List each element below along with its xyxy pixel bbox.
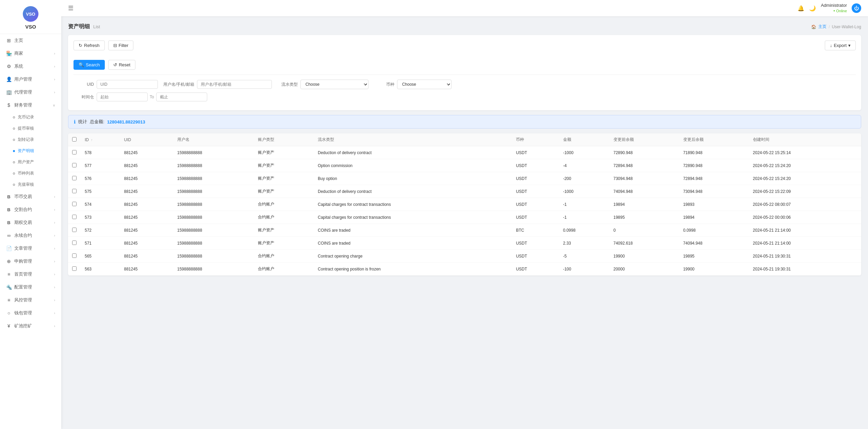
row-checkbox[interactable] — [72, 202, 77, 206]
breadcrumb-home-icon: 🏠 — [811, 24, 816, 29]
user-icon: 👤 — [6, 77, 12, 82]
refresh-button[interactable]: ↻ Refresh — [73, 40, 105, 50]
sidebar-item-coin-trade[interactable]: B 币币交易 › — [0, 190, 61, 203]
table-header-row: ID ↑ UID 用户名 账户类型 流水类型 币种 金额 变更前余额 变更后余额… — [68, 133, 861, 146]
menu-toggle-icon[interactable]: ☰ — [68, 4, 73, 12]
row-created-at: 2024-05-21 21:14:00 — [749, 224, 861, 237]
sidebar-sub-asset-detail[interactable]: 资产明细 — [0, 145, 61, 156]
row-after-balance: 72894.948 — [679, 172, 749, 185]
row-uid: 881245 — [120, 250, 173, 263]
search-button[interactable]: 🔍 Search — [73, 60, 105, 70]
uid-filter-group: UID — [73, 80, 158, 89]
homepage-icon: ≡ — [6, 271, 12, 277]
admin-name: Administrator — [821, 3, 847, 9]
sidebar-sub-user-asset[interactable]: 用户资产 — [0, 156, 61, 168]
sidebar-sub-transfer[interactable]: 划转记录 — [0, 134, 61, 145]
row-checkbox[interactable] — [72, 228, 77, 232]
row-amount: -4 — [559, 159, 609, 172]
row-checkbox[interactable] — [72, 189, 77, 193]
row-created-at: 2024-05-22 15:24:20 — [749, 172, 861, 185]
sidebar-item-finance-mgmt[interactable]: $ 财务管理 ∨ — [0, 99, 61, 112]
sidebar-item-futures-trade[interactable]: B 期权交易 › — [0, 216, 61, 229]
row-uid: 881245 — [120, 198, 173, 211]
sidebar-sub-recharge[interactable]: 充币记录 — [0, 112, 61, 123]
row-coin: USDT — [512, 237, 559, 250]
row-checkbox[interactable] — [72, 253, 77, 258]
sidebar-item-label: 矿池挖矿 — [14, 323, 32, 329]
sidebar-item-label: 钱包管理 — [14, 310, 32, 316]
dark-mode-icon[interactable]: 🌙 — [809, 5, 816, 12]
sidebar-item-home[interactable]: ⊞ 主页 — [0, 34, 61, 47]
row-flow-type: Capital charges for contract transaction… — [314, 198, 512, 211]
sidebar-item-homepage-mgmt[interactable]: ≡ 首页管理 › — [0, 268, 61, 281]
sidebar-menu: ⊞ 主页 🏪 商家 › ⚙ 系统 › 👤 用户管理 › 🏢 代理管理 › $ 财… — [0, 34, 61, 429]
sidebar-sub-recharge-review[interactable]: 充值审核 — [0, 179, 61, 190]
row-before-balance: 19900 — [609, 250, 679, 263]
filter-button[interactable]: ⊟ Filter — [108, 40, 134, 50]
row-created-at: 2024-05-22 15:25:14 — [749, 146, 861, 159]
sidebar-item-merchant[interactable]: 🏪 商家 › — [0, 47, 61, 60]
sidebar-item-perpetual[interactable]: ∞ 永续合约 › — [0, 229, 61, 242]
row-checkbox-cell — [68, 224, 81, 237]
coin-label: 币种 — [374, 82, 394, 87]
coin-select[interactable]: Choose — [397, 80, 452, 89]
sidebar-item-config-mgmt[interactable]: 🔩 配置管理 › — [0, 281, 61, 294]
row-account-type: 账户资产 — [254, 237, 314, 250]
row-account-type: 账户资产 — [254, 224, 314, 237]
row-checkbox[interactable] — [72, 163, 77, 167]
row-checkbox[interactable] — [72, 176, 77, 180]
sidebar-sub-coin-list[interactable]: 币种列表 — [0, 168, 61, 179]
row-username: 15988888888 — [173, 250, 254, 263]
row-flow-type: Deduction of delivery contract — [314, 185, 512, 198]
select-all-checkbox[interactable] — [72, 137, 77, 142]
sidebar-item-article-mgmt[interactable]: 📄 文章管理 › — [0, 242, 61, 255]
row-coin: BTC — [512, 224, 559, 237]
sidebar-item-contract-trade[interactable]: B 交割合约 › — [0, 203, 61, 216]
coin-filter-group: 币种 Choose — [374, 80, 452, 89]
sidebar-item-wallet-mgmt[interactable]: ○ 钱包管理 › — [0, 307, 61, 319]
flow-type-filter-group: 流水类型 Choose — [277, 80, 369, 89]
row-flow-type: Option commission — [314, 159, 512, 172]
row-amount: 0.0998 — [559, 224, 609, 237]
uid-input[interactable] — [97, 80, 158, 89]
row-created-at: 2024-05-22 15:24:20 — [749, 159, 861, 172]
row-checkbox-cell — [68, 185, 81, 198]
row-checkbox[interactable] — [72, 150, 77, 154]
sidebar-item-agent-mgmt[interactable]: 🏢 代理管理 › — [0, 86, 61, 99]
row-after-balance: 72890.948 — [679, 159, 749, 172]
th-id[interactable]: ID ↑ — [81, 133, 120, 146]
breadcrumb-home-link[interactable]: 主页 — [818, 24, 826, 30]
flow-type-select[interactable]: Choose — [300, 80, 369, 89]
sidebar-item-system[interactable]: ⚙ 系统 › — [0, 60, 61, 73]
row-coin: USDT — [512, 146, 559, 159]
row-created-at: 2024-05-22 15:22:09 — [749, 185, 861, 198]
chevron-right-icon: › — [54, 247, 55, 250]
username-input[interactable] — [197, 80, 272, 89]
uid-label: UID — [73, 82, 94, 87]
row-before-balance: 20000 — [609, 263, 679, 276]
finance-icon: $ — [6, 102, 12, 108]
chevron-right-icon: › — [54, 311, 55, 315]
row-checkbox[interactable] — [72, 266, 77, 271]
page-title: 资产明细 — [68, 23, 90, 30]
row-id: 576 — [81, 172, 120, 185]
chevron-down-icon: ∨ — [53, 103, 55, 107]
row-checkbox[interactable] — [72, 241, 77, 245]
row-checkbox[interactable] — [72, 215, 77, 219]
sidebar-item-user-mgmt[interactable]: 👤 用户管理 › — [0, 73, 61, 86]
notification-bell-icon[interactable]: 🔔 — [798, 5, 804, 12]
chevron-right-icon: › — [54, 285, 55, 289]
topbar: ☰ 🔔 🌙 Administrator Online ⏻ — [61, 0, 868, 16]
date-to-input[interactable] — [156, 93, 207, 101]
sidebar-item-risk-mgmt[interactable]: ≡ 风控管理 › — [0, 294, 61, 307]
reset-button[interactable]: ↺ Reset — [108, 60, 135, 70]
row-username: 15988888888 — [173, 237, 254, 250]
power-button[interactable]: ⏻ — [852, 3, 861, 13]
merchant-icon: 🏪 — [6, 51, 12, 56]
sidebar-item-app-mgmt[interactable]: ⊕ 申购管理 › — [0, 255, 61, 268]
date-from-input[interactable] — [97, 93, 148, 101]
export-button[interactable]: ↓ Export ▾ — [825, 40, 856, 50]
sidebar-sub-withdraw-review[interactable]: 提币审核 — [0, 123, 61, 134]
sidebar-item-mining[interactable]: ¥ 矿池挖矿 › — [0, 319, 61, 332]
username-label: 用户名/手机/邮箱 — [163, 82, 194, 87]
